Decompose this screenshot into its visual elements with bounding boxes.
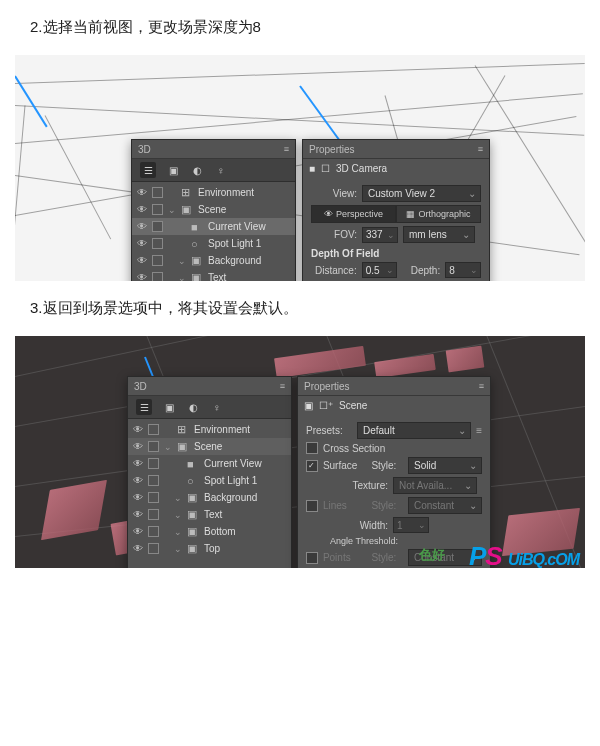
panel-3d: 3D≡ ☰ ▣ ◐ ♀ 👁⊞Environment 👁⌄▣Scene 👁■Cur… [127, 376, 292, 568]
tree-row-text[interactable]: 👁⌄▣Text [128, 506, 291, 523]
panel-properties-header[interactable]: Properties≡ [298, 377, 490, 396]
depth-label: Depth: [402, 265, 440, 276]
watermark-chinese: 色好 [419, 546, 445, 564]
filter-mesh-icon[interactable]: ▣ [162, 400, 176, 414]
filter-all-icon[interactable]: ☰ [136, 399, 152, 415]
angle-label: Angle Threshold: [306, 536, 398, 546]
lines-style-dropdown: Constant [408, 497, 482, 514]
tree-row-background[interactable]: 👁⌄▣Background [128, 489, 291, 506]
eye-icon[interactable]: 👁 [136, 272, 147, 281]
tree-row-scene[interactable]: 👁⌄▣Scene [128, 438, 291, 455]
panel-3d-header[interactable]: 3D≡ [128, 377, 291, 396]
view-label: View: [311, 188, 357, 199]
panel-3d-tabs: ☰ ▣ ◐ ♀ [128, 396, 291, 419]
panel-menu-icon[interactable]: ≡ [280, 381, 285, 391]
panel-properties-camera: Properties ≡ ■ ☐ 3D Camera View:Custom V… [302, 139, 490, 281]
points-checkbox[interactable] [306, 552, 318, 564]
panel-3d: 3D ≡ ☰ ▣ ◐ ♀ 👁⊞Environment 👁⌄▣Scene 👁■Cu… [131, 139, 296, 281]
filter-light-icon[interactable]: ♀ [214, 163, 228, 177]
distance-label: Distance: [311, 265, 357, 276]
tree-row-background[interactable]: 👁⌄▣Background [132, 252, 295, 269]
lines-label: Lines [323, 500, 366, 511]
panel-menu-icon[interactable]: ≡ [478, 144, 483, 154]
panel-menu-icon[interactable]: ≡ [479, 381, 484, 391]
scene-type-icon: ▣ [304, 400, 313, 411]
depth-input[interactable]: 8 [445, 262, 481, 278]
lines-checkbox[interactable] [306, 500, 318, 512]
texture-label: Texture: [306, 480, 388, 491]
orthographic-button[interactable]: ▦Orthographic [396, 205, 481, 223]
panel-properties-title: Properties [309, 144, 355, 155]
presets-dropdown[interactable]: Default [357, 422, 471, 439]
perspective-button[interactable]: 👁Perspective [311, 205, 396, 223]
filter-material-icon[interactable]: ◐ [190, 163, 204, 177]
panel-3d-tabs: ☰ ▣ ◐ ♀ [132, 159, 295, 182]
camera-icon: ■ [309, 163, 315, 174]
surface-style-dropdown[interactable]: Solid [408, 457, 482, 474]
fov-input[interactable]: 337 [362, 227, 398, 243]
panel-menu-icon[interactable]: ≡ [284, 144, 289, 154]
box-icon [152, 204, 163, 215]
presets-label: Presets: [306, 425, 352, 436]
tree-row-environment[interactable]: 👁⊞Environment [128, 421, 291, 438]
eye-icon[interactable]: 👁 [136, 238, 147, 249]
tree-row-current-view[interactable]: 👁■Current View [132, 218, 295, 235]
filter-material-icon[interactable]: ◐ [186, 400, 200, 414]
tree-label: Environment [198, 187, 254, 198]
filter-all-icon[interactable]: ☰ [140, 162, 156, 178]
screenshot-1: 3D ≡ ☰ ▣ ◐ ♀ 👁⊞Environment 👁⌄▣Scene 👁■Cu… [15, 55, 585, 281]
tree-row-bottom[interactable]: 👁⌄▣Bottom [128, 523, 291, 540]
properties-type-label: 3D Camera [336, 163, 387, 174]
preset-menu-icon[interactable]: ≡ [476, 425, 482, 436]
surface-label: Surface [323, 460, 366, 471]
surface-checkbox[interactable] [306, 460, 318, 472]
points-label: Points [323, 552, 366, 563]
box-icon [152, 272, 163, 281]
width-label: Width: [306, 520, 388, 531]
panel-3d-header[interactable]: 3D ≡ [132, 140, 295, 159]
box-icon [152, 221, 163, 232]
tree-row-environment[interactable]: 👁⊞Environment [132, 184, 295, 201]
style-label: Style: [371, 460, 403, 471]
scene-type-icon2: ☐⁺ [319, 400, 333, 411]
fov-unit-dropdown[interactable]: mm lens [403, 226, 475, 243]
cross-section-checkbox[interactable] [306, 442, 318, 454]
watermark: PS UiBQ.cOM [469, 541, 579, 568]
eye-icon[interactable]: 👁 [136, 221, 147, 232]
panel-properties-header[interactable]: Properties ≡ [303, 140, 489, 159]
panel-3d-title: 3D [138, 144, 151, 155]
tree-label: Current View [208, 221, 266, 232]
filter-mesh-icon[interactable]: ▣ [166, 163, 180, 177]
mesh-type-icon: ☐ [321, 163, 330, 174]
box-icon [152, 255, 163, 266]
tree-row-current-view[interactable]: 👁■Current View [128, 455, 291, 472]
wireframe-background [15, 55, 585, 281]
cross-section-label: Cross Section [323, 443, 385, 454]
eye-icon[interactable]: 👁 [136, 255, 147, 266]
tree-row-top[interactable]: 👁⌄▣Top [128, 540, 291, 557]
scene-tree: 👁⊞Environment 👁⌄▣Scene 👁■Current View 👁○… [128, 419, 291, 559]
fov-label: FOV: [311, 229, 357, 240]
properties-type-label: Scene [339, 400, 367, 411]
tree-row-spotlight[interactable]: 👁○Spot Light 1 [132, 235, 295, 252]
box-icon [152, 238, 163, 249]
screenshot-2: 3D≡ ☰ ▣ ◐ ♀ 👁⊞Environment 👁⌄▣Scene 👁■Cur… [15, 336, 585, 568]
tree-label: Spot Light 1 [208, 238, 261, 249]
tree-row-scene[interactable]: 👁⌄▣Scene [132, 201, 295, 218]
step-2-text: 2.选择当前视图，更改场景深度为8 [0, 0, 600, 55]
filter-light-icon[interactable]: ♀ [210, 400, 224, 414]
box-icon [152, 187, 163, 198]
properties-type-row: ▣ ☐⁺ Scene [298, 396, 490, 415]
tree-label: Scene [198, 204, 226, 215]
distance-input[interactable]: 0.5 [362, 262, 398, 278]
eye-icon[interactable]: 👁 [136, 187, 147, 198]
view-dropdown[interactable]: Custom View 2 [362, 185, 481, 202]
texture-dropdown[interactable]: Not Availa... [393, 477, 477, 494]
projection-toggle: 👁Perspective ▦Orthographic [311, 205, 481, 223]
panel-properties-scene: Properties≡ ▣ ☐⁺ Scene Presets:Default≡ … [297, 376, 491, 568]
tree-label: Text [208, 272, 226, 281]
scene-tree: 👁⊞Environment 👁⌄▣Scene 👁■Current View 👁○… [132, 182, 295, 281]
tree-row-spotlight[interactable]: 👁○Spot Light 1 [128, 472, 291, 489]
eye-icon[interactable]: 👁 [136, 204, 147, 215]
tree-row-text[interactable]: 👁⌄▣Text [132, 269, 295, 281]
